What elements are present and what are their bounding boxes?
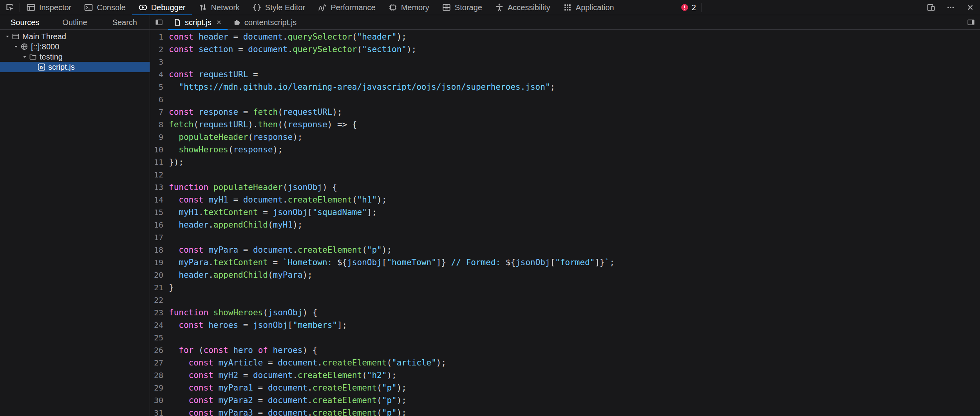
- line-number[interactable]: 9: [150, 131, 169, 143]
- tab-application[interactable]: Application: [557, 0, 620, 15]
- code-line-text[interactable]: function showHeroes(jsonObj) {: [169, 306, 317, 319]
- line-number[interactable]: 23: [150, 306, 169, 319]
- toolbar-separator: [702, 3, 702, 12]
- line-number[interactable]: 16: [150, 219, 169, 231]
- code-token: (: [352, 32, 357, 42]
- line-number[interactable]: 8: [150, 118, 169, 131]
- code-line-text[interactable]: const myPara1 = document.createElement("…: [169, 382, 407, 394]
- panel-tab-label: Search: [112, 18, 137, 27]
- code-line-text[interactable]: header.appendChild(myPara);: [169, 269, 313, 281]
- code-line-text[interactable]: myPara.textContent = `Hometown: ${jsonOb…: [169, 256, 615, 269]
- code-line-text[interactable]: const myH1 = document.createElement("h1"…: [169, 194, 387, 206]
- code-token: "p": [382, 383, 397, 392]
- panel-tab-sources[interactable]: Sources: [0, 15, 50, 29]
- line-number[interactable]: 26: [150, 344, 169, 356]
- panel-tab-search[interactable]: Search: [100, 15, 150, 29]
- sources-tree-panel: Main Thread[::]:8000testingJSscript.js: [0, 30, 150, 416]
- line-number[interactable]: 4: [150, 68, 169, 81]
- line-number[interactable]: 27: [150, 356, 169, 369]
- line-number[interactable]: 2: [150, 43, 169, 56]
- tree-item-label: testing: [40, 52, 63, 61]
- line-number[interactable]: 6: [150, 93, 169, 106]
- code-line-text[interactable]: "https://mdn.github.io/learning-area/jav…: [169, 81, 555, 93]
- line-number[interactable]: 11: [150, 156, 169, 168]
- tab-memory[interactable]: Memory: [382, 0, 436, 15]
- tree-item-testing[interactable]: testing: [0, 52, 150, 62]
- chevron-down-icon[interactable]: [12, 43, 20, 50]
- settings-menu-button[interactable]: [941, 0, 960, 15]
- sources-panel-toggle-button[interactable]: [150, 15, 168, 29]
- code-line-text[interactable]: });: [169, 156, 184, 168]
- line-number[interactable]: 13: [150, 181, 169, 194]
- line-number[interactable]: 20: [150, 269, 169, 281]
- code-line-text[interactable]: const myH2 = document.createElement("h2"…: [169, 369, 397, 382]
- code-token: myPara: [179, 258, 208, 267]
- line-number[interactable]: 24: [150, 319, 169, 331]
- line-number[interactable]: 1: [150, 31, 169, 43]
- line-number[interactable]: 29: [150, 382, 169, 394]
- code-line-text[interactable]: populateHeader(response);: [169, 131, 302, 143]
- code-line-text[interactable]: const myArticle = document.createElement…: [169, 356, 446, 369]
- code-line-text[interactable]: const myPara3 = document.createElement("…: [169, 407, 407, 416]
- line-number[interactable]: 21: [150, 281, 169, 294]
- code-line-text[interactable]: const response = fetch(requestURL);: [169, 106, 342, 118]
- tab-accessibility[interactable]: Accessibility: [488, 0, 557, 15]
- tree-item-script-js[interactable]: JSscript.js: [0, 62, 150, 72]
- code-lines: 1const header = document.querySelector("…: [150, 31, 980, 416]
- code-line-text[interactable]: myH1.textContent = jsonObj["squadName"];: [169, 206, 377, 219]
- code-token: for: [179, 345, 193, 355]
- code-line-text[interactable]: fetch(requestURL).then((response) => {: [169, 118, 357, 131]
- close-toolbox-button[interactable]: [960, 0, 980, 15]
- code-line-text[interactable]: const section = document.querySelector("…: [169, 43, 416, 56]
- node-picker-button[interactable]: [0, 0, 20, 15]
- line-number[interactable]: 25: [150, 331, 169, 344]
- code-line-text[interactable]: const header = document.querySelector("h…: [169, 31, 407, 43]
- line-number[interactable]: 10: [150, 143, 169, 156]
- code-line-text[interactable]: const myPara2 = document.createElement("…: [169, 394, 407, 407]
- error-count-badge[interactable]: 2: [675, 0, 702, 15]
- code-token: .: [317, 358, 322, 367]
- code-token: [208, 308, 213, 317]
- line-number[interactable]: 18: [150, 244, 169, 256]
- panel-tab-outline[interactable]: Outline: [50, 15, 99, 29]
- responsive-design-mode-button[interactable]: [921, 0, 941, 15]
- tab-console[interactable]: Console: [78, 0, 132, 15]
- tab-inspector[interactable]: Inspector: [20, 0, 78, 15]
- tab-debugger[interactable]: Debugger: [132, 0, 192, 15]
- line-number[interactable]: 7: [150, 106, 169, 118]
- tree-item-main-thread[interactable]: Main Thread: [0, 31, 150, 42]
- line-number[interactable]: 3: [150, 56, 169, 68]
- code-line-text[interactable]: header.appendChild(myH1);: [169, 219, 302, 231]
- source-tab-contentscript-js[interactable]: contentscript.js: [228, 15, 302, 29]
- line-number[interactable]: 15: [150, 206, 169, 219]
- tree-item--8000[interactable]: [::]:8000: [0, 42, 150, 52]
- line-number[interactable]: 30: [150, 394, 169, 407]
- chevron-down-icon[interactable]: [3, 33, 12, 40]
- code-line-text[interactable]: const myPara = document.createElement("p…: [169, 244, 392, 256]
- storage-icon: [442, 3, 451, 12]
- line-number[interactable]: 12: [150, 168, 169, 181]
- code-line-text[interactable]: for (const hero of heroes) {: [169, 344, 317, 356]
- tab-storage[interactable]: Storage: [436, 0, 488, 15]
- code-line-text[interactable]: function populateHeader(jsonObj) {: [169, 181, 337, 194]
- code-token: (: [193, 345, 203, 355]
- line-number[interactable]: 14: [150, 194, 169, 206]
- tab-close-button[interactable]: [216, 19, 222, 25]
- chevron-down-icon[interactable]: [20, 54, 29, 60]
- source-tab-script-js[interactable]: script.js: [168, 15, 228, 29]
- tab-performance[interactable]: Performance: [311, 0, 382, 15]
- code-token: myH2: [218, 371, 238, 380]
- line-number[interactable]: 5: [150, 81, 169, 93]
- code-line-text[interactable]: const requestURL =: [169, 68, 258, 81]
- code-line-text[interactable]: const heroes = jsonObj["members"];: [169, 319, 347, 331]
- code-line-text[interactable]: showHeroes(response);: [169, 143, 283, 156]
- line-number[interactable]: 22: [150, 294, 169, 306]
- tab-style-editor[interactable]: Style Editor: [246, 0, 311, 15]
- code-line-text[interactable]: }: [169, 281, 174, 294]
- line-number[interactable]: 19: [150, 256, 169, 269]
- line-number[interactable]: 28: [150, 369, 169, 382]
- line-number[interactable]: 17: [150, 231, 169, 244]
- tab-network[interactable]: Network: [192, 0, 246, 15]
- collapse-panes-button[interactable]: [962, 15, 980, 29]
- line-number[interactable]: 31: [150, 407, 169, 416]
